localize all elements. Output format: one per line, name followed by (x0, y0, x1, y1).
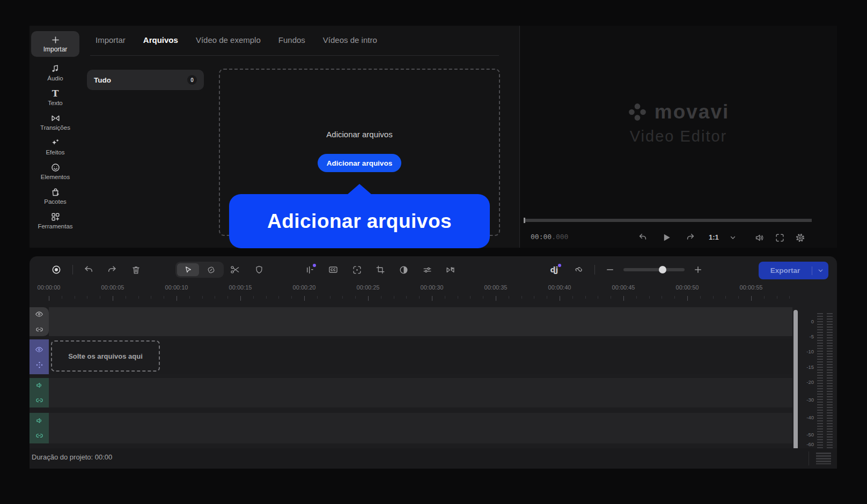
add-files-tooltip: Adicionar arquivos (229, 194, 490, 248)
tab-video-de-exemplo[interactable]: Vídeo de exemplo (196, 35, 261, 45)
ruler-label: 00:00:30 (421, 284, 444, 291)
ruler-label: 00:00:55 (740, 284, 763, 291)
db-label: -15 (800, 364, 814, 370)
sidebar-item-texto[interactable]: T Texto (30, 85, 81, 109)
project-duration-label: Duração do projeto: 00:00 (32, 453, 112, 461)
timecode-ms: .000 (552, 233, 568, 241)
link-icon[interactable] (35, 325, 43, 333)
sidebar-item-label: Áudio (47, 75, 63, 81)
magic-sparkle-icon[interactable] (35, 361, 43, 369)
link-clips-button[interactable] (572, 263, 586, 277)
undo-button[interactable] (82, 263, 95, 277)
tab-importar[interactable]: Importar (95, 35, 126, 45)
sidebar-item-importar[interactable]: Importar (31, 31, 79, 57)
sidebar-item-efeitos[interactable]: Efeitos (30, 134, 81, 159)
tab-arquivos[interactable]: Arquivos (143, 35, 178, 45)
track-header (30, 339, 49, 374)
video-track[interactable]: Solte os arquivos aqui (30, 339, 792, 374)
sidebar-item-label: Ferramentas (38, 223, 72, 229)
add-files-button[interactable]: Adicionar arquivos (318, 154, 401, 172)
preview-controls: 00:00.000 1:1 (520, 229, 837, 246)
speaker-icon[interactable] (35, 381, 43, 389)
link-icon[interactable] (35, 396, 43, 404)
transition-wizard-button[interactable] (443, 263, 457, 277)
timeline-statusbar: Duração do projeto: 00:00 (30, 448, 837, 469)
ruler-label: 00:00:00 (38, 284, 61, 291)
playhead-marker[interactable] (524, 218, 525, 223)
track-lane[interactable] (49, 307, 792, 336)
db-label: -40 (800, 414, 814, 420)
audio-track-1[interactable] (30, 378, 792, 407)
export-button[interactable]: Exportar (759, 262, 828, 279)
sidebar-item-transicoes[interactable]: Transições (30, 109, 81, 134)
filters-sliders-button[interactable] (420, 263, 434, 277)
audio-levels-button[interactable] (303, 263, 317, 277)
music-note-icon (50, 64, 60, 74)
sidebar-item-ferramentas[interactable]: Ferramentas (30, 208, 81, 233)
volume-button[interactable] (753, 231, 766, 244)
text-icon: T (52, 88, 59, 99)
ruler-label: 00:00:40 (548, 284, 571, 291)
preview-timecode: 00:00.000 (531, 233, 568, 241)
track-lane[interactable]: Solte os arquivos aqui (49, 339, 792, 374)
chevron-down-icon[interactable] (812, 267, 828, 274)
db-label: -10 (800, 349, 814, 354)
crop-button[interactable] (373, 263, 387, 277)
media-count-badge: 0 (187, 75, 197, 85)
app-window: Importar Áudio T Texto Transições (0, 0, 867, 504)
overlay-track[interactable] (30, 307, 792, 336)
track-lane[interactable] (49, 413, 792, 443)
tab-fundos[interactable]: Fundos (278, 35, 305, 45)
chevron-down-icon[interactable] (726, 231, 739, 244)
eye-icon[interactable] (35, 310, 43, 318)
sidebar-item-label: Texto (48, 100, 63, 106)
speaker-icon[interactable] (35, 417, 43, 425)
timeline-panel: ɖj Exportar (30, 256, 837, 469)
track-lane[interactable] (49, 378, 792, 407)
ruler-label: 00:00:25 (357, 284, 380, 291)
notification-dot (313, 264, 316, 267)
packages-icon (50, 187, 61, 197)
db-label: -20 (800, 379, 814, 385)
media-tabs: Importar Arquivos Vídeo de exemplo Fundo… (95, 35, 377, 45)
fullscreen-button[interactable] (773, 231, 786, 244)
ruler-label: 00:00:45 (612, 284, 635, 291)
split-scissors-button[interactable] (228, 263, 242, 277)
zoom-slider-thumb[interactable] (659, 266, 666, 273)
effects-icon (50, 138, 61, 148)
preview-seekbar[interactable] (524, 219, 812, 222)
record-button[interactable] (49, 263, 63, 277)
sidebar-item-elementos[interactable]: Elementos (30, 159, 81, 183)
zoom-in-button[interactable] (691, 263, 705, 277)
link-icon[interactable] (35, 432, 43, 440)
color-adjust-button[interactable] (396, 263, 410, 277)
tab-videos-de-intro[interactable]: Vídeos de intro (323, 35, 377, 45)
previous-frame-button[interactable] (636, 231, 649, 244)
timeline-dropzone[interactable]: Solte os arquivos aqui (51, 340, 160, 372)
delete-button[interactable] (129, 263, 143, 277)
audio-properties-button[interactable]: ɖj (547, 263, 561, 277)
next-frame-button[interactable] (684, 231, 697, 244)
audio-track-2[interactable] (30, 413, 792, 443)
play-button[interactable] (660, 231, 673, 244)
logo-subtitle: Video Editor (630, 128, 727, 145)
settings-gear-icon[interactable] (793, 231, 806, 244)
eye-icon[interactable] (35, 345, 43, 354)
zoom-out-button[interactable] (603, 263, 617, 277)
marker-button[interactable] (252, 263, 266, 277)
blade-tool-button[interactable] (200, 263, 222, 276)
transitions-icon (50, 113, 61, 123)
sidebar-item-label: Transições (40, 124, 70, 131)
media-filter-all[interactable]: Tudo 0 (87, 70, 204, 90)
motion-tracking-button[interactable] (350, 263, 364, 277)
preview-zoom-mode[interactable]: 1:1 (709, 233, 719, 241)
redo-button[interactable] (105, 263, 119, 277)
timeline-zoom-slider[interactable] (623, 268, 685, 271)
sidebar-item-audio[interactable]: Áudio (30, 60, 81, 85)
sidebar-item-pacotes[interactable]: Pacotes (30, 183, 81, 208)
select-tool-button[interactable] (177, 263, 199, 276)
notification-dot (558, 264, 561, 267)
preview-panel: movavi Video Editor 00:00.000 1:1 (519, 26, 837, 248)
captions-button[interactable] (326, 263, 340, 277)
vertical-scrollbar[interactable] (793, 310, 798, 457)
